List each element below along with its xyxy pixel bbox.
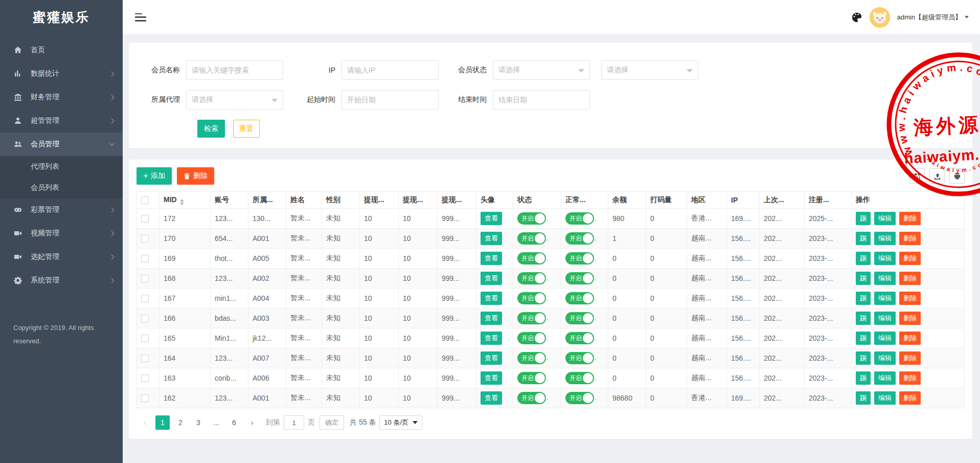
view-avatar-button[interactable]: 查看 <box>481 312 502 325</box>
kick-button[interactable]: 踢 <box>856 371 871 385</box>
status-toggle[interactable]: 开启 <box>517 332 546 344</box>
member-status-select[interactable]: 请选择 <box>493 60 590 80</box>
kick-button[interactable]: 踢 <box>856 292 871 305</box>
status-toggle[interactable]: 开启 <box>565 352 594 364</box>
select-all-checkbox[interactable] <box>141 196 149 204</box>
status-toggle[interactable]: 开启 <box>517 352 546 364</box>
delete-button[interactable]: 删除 <box>177 167 214 185</box>
confirm-button[interactable]: 确定 <box>320 415 344 430</box>
row-checkbox[interactable] <box>141 374 149 382</box>
ip-input[interactable] <box>341 60 439 80</box>
status-toggle[interactable]: 开启 <box>517 272 546 284</box>
view-avatar-button[interactable]: 查看 <box>481 232 502 245</box>
jump-page-input[interactable] <box>284 415 304 430</box>
edit-button[interactable]: 编辑 <box>874 351 896 365</box>
edit-button[interactable]: 编辑 <box>874 292 896 305</box>
sidebar-item-6[interactable]: 视频管理 <box>0 222 123 245</box>
row-delete-button[interactable]: 删除 <box>899 272 921 285</box>
page-button-3[interactable]: 3 <box>191 415 206 430</box>
status-toggle[interactable]: 开启 <box>565 232 594 245</box>
row-delete-button[interactable]: 删除 <box>899 351 921 365</box>
sort-icon[interactable] <box>180 199 184 205</box>
row-delete-button[interactable]: 删除 <box>899 212 921 225</box>
status-toggle[interactable]: 开启 <box>565 392 594 404</box>
status-toggle[interactable]: 开启 <box>517 252 546 264</box>
sidebar-item-7[interactable]: 选妃管理 <box>0 245 123 269</box>
edit-button[interactable]: 编辑 <box>874 371 896 385</box>
theme-palette-icon[interactable] <box>851 12 862 23</box>
kick-button[interactable]: 踢 <box>856 252 871 265</box>
status-toggle[interactable]: 开启 <box>565 332 594 344</box>
edit-button[interactable]: 编辑 <box>874 252 896 265</box>
status-toggle[interactable]: 开启 <box>517 292 546 304</box>
page-button-2[interactable]: 2 <box>173 415 188 430</box>
row-checkbox[interactable] <box>141 275 149 282</box>
row-checkbox[interactable] <box>141 335 149 342</box>
sidebar-item-4[interactable]: 会员管理 <box>0 133 123 156</box>
row-delete-button[interactable]: 删除 <box>899 252 921 265</box>
status-toggle[interactable]: 开启 <box>517 392 546 404</box>
kick-button[interactable]: 踢 <box>856 351 871 365</box>
end-date-input[interactable] <box>493 90 590 109</box>
search-button[interactable]: 检索 <box>197 120 225 138</box>
row-checkbox[interactable] <box>141 394 149 402</box>
status-toggle[interactable]: 开启 <box>517 232 546 245</box>
status-toggle[interactable]: 开启 <box>565 272 594 284</box>
view-avatar-button[interactable]: 查看 <box>481 351 502 365</box>
view-avatar-button[interactable]: 查看 <box>481 272 502 285</box>
kick-button[interactable]: 踢 <box>856 391 871 405</box>
add-button[interactable]: + 添加 <box>136 167 172 185</box>
user-menu[interactable]: admin【超级管理员】 <box>897 13 969 22</box>
submenu-item-0[interactable]: 代理列表 <box>0 156 123 177</box>
prev-page-button[interactable]: ‹ <box>138 415 152 430</box>
status-toggle[interactable]: 开启 <box>517 212 546 225</box>
row-delete-button[interactable]: 删除 <box>899 332 921 345</box>
row-delete-button[interactable]: 删除 <box>899 391 921 405</box>
view-avatar-button[interactable]: 查看 <box>481 212 502 225</box>
per-page-select[interactable]: 10 条/页 <box>379 415 422 430</box>
print-button[interactable] <box>949 168 965 184</box>
sidebar-item-5[interactable]: 彩票管理 <box>0 198 123 222</box>
kick-button[interactable]: 踢 <box>856 312 871 325</box>
kick-button[interactable]: 踢 <box>856 212 871 225</box>
sidebar-item-0[interactable]: 首页 <box>0 38 123 62</box>
reset-button[interactable]: 重置 <box>233 120 260 138</box>
view-avatar-button[interactable]: 查看 <box>481 371 502 385</box>
view-avatar-button[interactable]: 查看 <box>481 332 502 345</box>
kick-button[interactable]: 踢 <box>856 232 871 245</box>
edit-button[interactable]: 编辑 <box>874 272 896 285</box>
edit-button[interactable]: 编辑 <box>874 212 896 225</box>
edit-button[interactable]: 编辑 <box>874 332 896 345</box>
status-toggle[interactable]: 开启 <box>517 312 546 324</box>
view-avatar-button[interactable]: 查看 <box>481 252 502 265</box>
row-checkbox[interactable] <box>141 315 149 322</box>
status-toggle[interactable]: 开启 <box>565 372 594 384</box>
status-toggle[interactable]: 开启 <box>517 372 546 384</box>
edit-button[interactable]: 编辑 <box>874 312 896 325</box>
status-toggle[interactable]: 开启 <box>565 312 594 324</box>
avatar[interactable] <box>870 7 890 28</box>
view-avatar-button[interactable]: 查看 <box>481 391 502 405</box>
row-delete-button[interactable]: 删除 <box>899 292 921 305</box>
sidebar-item-8[interactable]: 系统管理 <box>0 269 123 292</box>
row-delete-button[interactable]: 删除 <box>899 232 921 245</box>
filter-columns-button[interactable] <box>909 168 925 184</box>
submenu-item-1[interactable]: 会员列表 <box>0 177 123 198</box>
row-checkbox[interactable] <box>141 355 149 362</box>
row-checkbox[interactable] <box>141 215 149 223</box>
row-delete-button[interactable]: 删除 <box>899 371 921 385</box>
agent-select[interactable]: 请选择 <box>186 90 283 109</box>
member-status-select-2[interactable]: 请选择 <box>601 60 698 80</box>
edit-button[interactable]: 编辑 <box>874 391 896 405</box>
row-delete-button[interactable]: 删除 <box>899 312 921 325</box>
sidebar-item-1[interactable]: 数据统计 <box>0 62 123 85</box>
row-checkbox[interactable] <box>141 235 149 242</box>
menu-collapse-icon[interactable] <box>135 13 146 21</box>
export-button[interactable] <box>929 168 945 184</box>
kick-button[interactable]: 踢 <box>856 332 871 345</box>
status-toggle[interactable]: 开启 <box>565 252 594 264</box>
row-checkbox[interactable] <box>141 255 149 262</box>
member-name-input[interactable] <box>186 60 283 80</box>
view-avatar-button[interactable]: 查看 <box>481 292 502 305</box>
status-toggle[interactable]: 开启 <box>565 292 594 304</box>
